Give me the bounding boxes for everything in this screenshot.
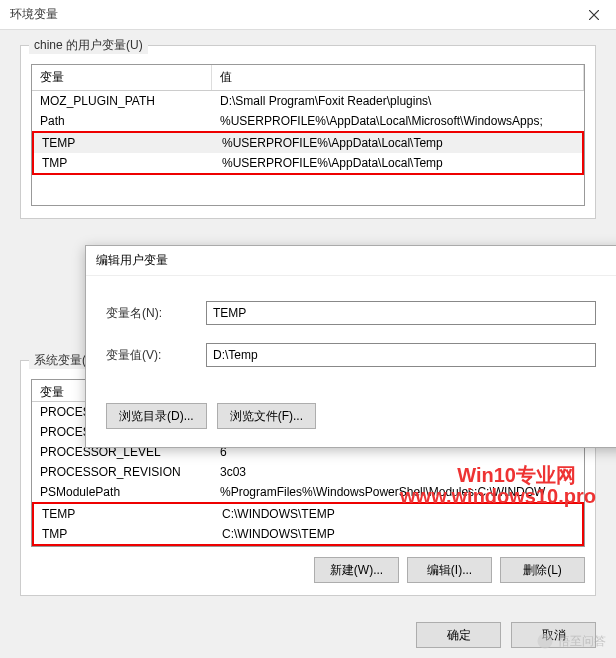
variable-name-input[interactable] xyxy=(206,301,596,325)
variable-value-input[interactable] xyxy=(206,343,596,367)
title-bar: 环境变量 xyxy=(0,0,616,30)
close-button[interactable] xyxy=(571,0,616,30)
table-row[interactable]: Path %USERPROFILE%\AppData\Local\Microso… xyxy=(32,111,584,131)
table-row[interactable]: TMP %USERPROFILE%\AppData\Local\Temp xyxy=(34,153,582,173)
highlight-annotation: TEMP %USERPROFILE%\AppData\Local\Temp TM… xyxy=(32,131,584,175)
edit-variable-dialog: 编辑用户变量 变量名(N): 变量值(V): 浏览目录(D)... 浏览文件(F… xyxy=(85,245,616,448)
table-header: 变量 值 xyxy=(32,65,584,91)
table-row[interactable]: TEMP %USERPROFILE%\AppData\Local\Temp xyxy=(34,133,582,153)
table-row[interactable]: TEMP C:\WINDOWS\TEMP xyxy=(34,504,582,524)
browse-file-button[interactable]: 浏览文件(F)... xyxy=(217,403,316,429)
table-row[interactable]: TMP C:\WINDOWS\TEMP xyxy=(34,524,582,544)
ok-button[interactable]: 确定 xyxy=(416,622,501,648)
variable-value-label: 变量值(V): xyxy=(106,347,206,364)
table-row[interactable]: PROCESSOR_REVISION 3c03 xyxy=(32,462,584,482)
new-button[interactable]: 新建(W)... xyxy=(314,557,399,583)
dialog-title: 编辑用户变量 xyxy=(86,246,616,276)
variable-name-label: 变量名(N): xyxy=(106,305,206,322)
user-variables-label: chine 的用户变量(U) xyxy=(29,37,148,54)
table-row[interactable]: MOZ_PLUGIN_PATH D:\Small Program\Foxit R… xyxy=(32,91,584,111)
edit-button[interactable]: 编辑(I)... xyxy=(407,557,492,583)
close-icon xyxy=(589,10,599,20)
delete-button[interactable]: 删除(L) xyxy=(500,557,585,583)
user-variables-group: chine 的用户变量(U) 变量 值 MOZ_PLUGIN_PATH D:\S… xyxy=(20,45,596,219)
window-title: 环境变量 xyxy=(10,6,58,23)
table-row[interactable]: PSModulePath %ProgramFiles%\WindowsPower… xyxy=(32,482,584,502)
browse-directory-button[interactable]: 浏览目录(D)... xyxy=(106,403,207,429)
main-dialog-buttons: 确定 取消 xyxy=(416,622,596,648)
column-value[interactable]: 值 xyxy=(212,65,584,90)
user-variables-table[interactable]: 变量 值 MOZ_PLUGIN_PATH D:\Small Program\Fo… xyxy=(31,64,585,206)
system-buttons: 新建(W)... 编辑(I)... 删除(L) xyxy=(31,557,585,583)
cancel-button[interactable]: 取消 xyxy=(511,622,596,648)
highlight-annotation: TEMP C:\WINDOWS\TEMP TMP C:\WINDOWS\TEMP xyxy=(32,502,584,546)
column-variable[interactable]: 变量 xyxy=(32,65,212,90)
